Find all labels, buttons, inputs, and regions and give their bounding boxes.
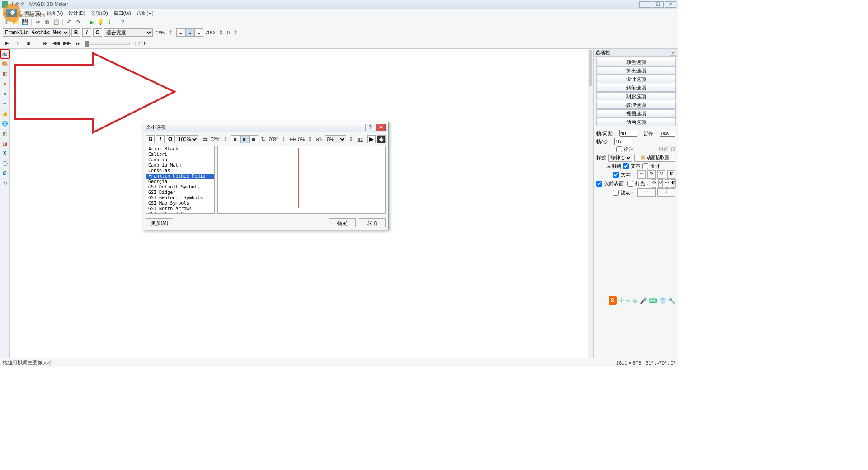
- light-enable-checkbox[interactable]: [627, 181, 633, 187]
- text-opt1-button[interactable]: ⇔: [637, 170, 646, 179]
- first-frame-button[interactable]: ⏮: [41, 39, 49, 47]
- font-list-item[interactable]: GSI North Arrows: [146, 206, 214, 212]
- dlg-spin4-icon[interactable]: ⇕: [348, 135, 355, 143]
- ime-lang[interactable]: 中: [618, 296, 624, 305]
- text-opt3-button[interactable]: ↻: [657, 170, 665, 179]
- font-list-item[interactable]: Cambria Math: [146, 163, 214, 168]
- option-button-0[interactable]: 颜色选项: [596, 58, 676, 66]
- frames-per-cycle-input[interactable]: [619, 130, 637, 137]
- text-preview[interactable]: [217, 146, 386, 214]
- dlg-spin3-icon[interactable]: ⇕: [307, 135, 314, 143]
- copy-icon[interactable]: ⧉: [43, 18, 51, 26]
- panel-close-button[interactable]: ×: [670, 50, 676, 56]
- font-list-item[interactable]: Cambria: [146, 157, 214, 163]
- dlg-align-right[interactable]: ≡: [249, 135, 258, 143]
- dlg-ab-icon[interactable]: aƄ: [316, 135, 323, 143]
- ime-emoji-icon[interactable]: ☺: [632, 297, 638, 304]
- menu-file[interactable]: 文件(F): [3, 10, 19, 17]
- menu-window[interactable]: 窗口(W): [113, 10, 132, 17]
- wave-enable-checkbox[interactable]: [613, 190, 619, 196]
- frames-per-sec-input[interactable]: [614, 138, 632, 145]
- redo-icon[interactable]: ↷: [74, 18, 82, 26]
- design-tool[interactable]: ◪: [1, 139, 9, 147]
- export-icon[interactable]: ⤓: [105, 18, 113, 26]
- sphere-tool[interactable]: ●: [1, 80, 9, 88]
- align-left-button[interactable]: ≡: [176, 28, 185, 37]
- next-frame-button[interactable]: ▶▶: [63, 39, 71, 47]
- light-opt1-button[interactable]: ⟳: [652, 179, 656, 188]
- font-list-item[interactable]: GSI Geologic Symbols: [146, 195, 214, 201]
- dlg-next-button[interactable]: ◆: [377, 135, 386, 143]
- font-list-item[interactable]: GSI Didger: [146, 190, 214, 195]
- spinner3-icon[interactable]: ⇕: [231, 28, 240, 37]
- dlg-align-center[interactable]: ≡: [240, 135, 249, 143]
- help-icon[interactable]: ?: [118, 18, 127, 26]
- option-button-7[interactable]: 动画选项: [596, 118, 676, 126]
- align-center-button[interactable]: ≡: [185, 28, 194, 37]
- dlg-spin1-icon[interactable]: ⇕: [222, 135, 229, 143]
- font-list-item[interactable]: GSI Map Symbols: [146, 201, 214, 206]
- sogou-icon[interactable]: S: [609, 296, 617, 305]
- rotate-z-tool[interactable]: Ø: [1, 169, 9, 177]
- wave-opt1-button[interactable]: ↔: [637, 188, 656, 197]
- bevel-tool[interactable]: ◆: [1, 89, 9, 98]
- text-opt2-button[interactable]: ⟳: [647, 170, 656, 179]
- spinner2-icon[interactable]: ⇕: [217, 28, 225, 37]
- vertical-scrollbar[interactable]: [588, 49, 593, 358]
- ok-button[interactable]: 确定: [329, 218, 356, 227]
- menu-help[interactable]: 帮助(H): [137, 10, 153, 17]
- font-list-item[interactable]: Consolas: [146, 168, 214, 174]
- texture-tool[interactable]: ◩: [1, 129, 9, 137]
- style-select[interactable]: 旋转 1: [608, 154, 632, 162]
- light-opt2-button[interactable]: ↻: [658, 179, 663, 188]
- option-button-4[interactable]: 阴影选项: [596, 92, 676, 100]
- color-tool[interactable]: 🎨: [1, 60, 9, 68]
- front-only-checkbox[interactable]: [596, 181, 602, 187]
- menu-design[interactable]: 设计(D): [68, 10, 85, 17]
- align-right-button[interactable]: ≡: [194, 28, 203, 37]
- more-button[interactable]: 更多(M): [146, 218, 173, 227]
- pause-button[interactable]: ⏸: [14, 39, 22, 47]
- light-opt3-button[interactable]: ⇔: [665, 179, 669, 188]
- dlg-lineheight-icon[interactable]: ⇅: [259, 135, 267, 143]
- x-axis-tool[interactable]: X: [1, 149, 9, 157]
- bulb-icon[interactable]: 💡: [96, 18, 104, 26]
- light-opt4-button[interactable]: ◐: [671, 179, 676, 188]
- stop-button[interactable]: ■: [24, 39, 33, 47]
- new-icon[interactable]: 🗎: [3, 18, 11, 26]
- loop-checkbox[interactable]: [616, 146, 622, 152]
- prev-frame-button[interactable]: ◀◀: [52, 39, 60, 47]
- text-tool[interactable]: Aa: [1, 50, 9, 58]
- option-button-1[interactable]: 挤出选项: [596, 66, 676, 75]
- apply-text-checkbox[interactable]: [623, 163, 629, 169]
- apply-design-checkbox[interactable]: [642, 163, 648, 169]
- option-button-6[interactable]: 视图选项: [596, 109, 676, 118]
- option-button-2[interactable]: 设计选项: [596, 75, 676, 83]
- font-list-item[interactable]: GSI Oil and Gas: [146, 212, 214, 214]
- timeline-slider[interactable]: [85, 42, 130, 45]
- wave-opt2-button[interactable]: ↕: [657, 188, 675, 197]
- menu-edit[interactable]: 编辑(E): [24, 10, 41, 17]
- ime-keyboard-icon[interactable]: ⌨: [649, 297, 657, 304]
- dlg-kerning-icon[interactable]: ⇆: [201, 135, 209, 143]
- dlg-italic-button[interactable]: I: [156, 135, 165, 143]
- italic-button[interactable]: I: [82, 28, 91, 37]
- cancel-button[interactable]: 取消: [359, 218, 386, 227]
- text-enable-checkbox[interactable]: [613, 172, 619, 178]
- dialog-help-button[interactable]: ?: [365, 124, 375, 131]
- dlg-strike-icon[interactable]: ab: [289, 135, 297, 143]
- box-tool[interactable]: ◧: [1, 70, 9, 78]
- pause-input[interactable]: [660, 130, 675, 137]
- minimize-button[interactable]: —: [639, 1, 651, 8]
- dlg-underline-icon[interactable]: ab: [357, 135, 364, 143]
- font-list-item[interactable]: Georgia: [146, 179, 214, 184]
- dlg-spin2-icon[interactable]: ⇕: [280, 135, 288, 143]
- dlg-outline-button[interactable]: O: [166, 135, 175, 143]
- outline-button[interactable]: O: [93, 28, 102, 37]
- option-button-3[interactable]: 斜角选项: [596, 84, 676, 92]
- font-list-item[interactable]: Arial Black: [146, 146, 214, 152]
- save-icon[interactable]: 💾: [21, 18, 29, 26]
- paste-icon[interactable]: 📋: [52, 18, 60, 26]
- open-icon[interactable]: 📂: [12, 18, 20, 26]
- cut-icon[interactable]: ✂: [34, 18, 42, 26]
